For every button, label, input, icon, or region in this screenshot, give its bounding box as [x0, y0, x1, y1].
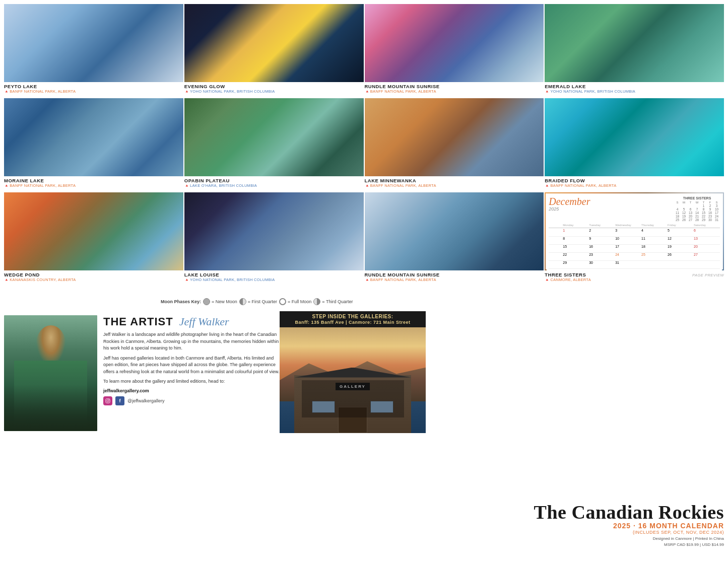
photo-title: LAKE MINNEWANKA	[365, 178, 544, 183]
cal-day: 3	[615, 229, 641, 236]
photo-title: THREE SISTERS	[545, 272, 591, 277]
artist-social: f @jeffwalkergallery	[103, 396, 281, 405]
cal-day-empty	[641, 261, 668, 268]
photo-emerald-lake: EMERALD LAKE 🔺YOHO NATIONAL PARK, BRITIS…	[545, 4, 724, 97]
cal-header-empty	[549, 224, 563, 227]
artist-photo	[4, 315, 97, 431]
photo-title: OPABIN PLATEAU	[184, 178, 364, 183]
cal-day: 9	[589, 237, 615, 244]
photo-location: 🔺YOHO NATIONAL PARK, BRITISH COLUMBIA	[184, 89, 364, 94]
cal-day: 5	[668, 229, 694, 236]
photo-location: 🔺YOHO NATIONAL PARK, BRITISH COLUMBIA	[184, 277, 364, 282]
location-pin-icon: 🔺	[184, 183, 189, 188]
cal-day: 15	[563, 245, 589, 252]
photo-caption: BRAIDED FLOW 🔺BANFF NATIONAL PARK, ALBER…	[545, 176, 724, 188]
calendar-title-sub2: (INCLUDES SEP, OCT, NOV, DEC 2024)	[512, 530, 724, 535]
moon-phase-full: = Full Moon	[279, 298, 311, 305]
cal-header-wednesday: Wednesday	[615, 224, 641, 227]
photo-location: 🔺BANFF NATIONAL PARK, ALBERTA	[545, 183, 724, 188]
cal-header-monday: Monday	[563, 224, 589, 227]
full-moon-icon	[279, 298, 286, 305]
cal-header-saturday: Saturday	[694, 224, 720, 227]
cal-day: 16	[589, 245, 615, 252]
photo-caption: RUNDLE MOUNTAIN SUNRISE 🔺BANFF NATIONAL …	[365, 82, 544, 94]
photo-location: 🔺BANFF NATIONAL PARK, ALBERTA	[365, 89, 544, 94]
photo-image	[365, 98, 544, 176]
cal-day: 1	[563, 229, 589, 236]
cal-header-thursday: Thursday	[641, 224, 668, 227]
calendar-title-sub: 2025 · 16 MONTH CALENDAR	[512, 522, 724, 530]
photo-caption: RUNDLE MOUNTAIN SUNRISE 🔺BANFF NATIONAL …	[365, 270, 544, 282]
cal-week-num	[549, 245, 563, 252]
cal-day: 4	[641, 229, 668, 236]
cal-header-tuesday: Tuesday	[589, 224, 615, 227]
photo-title: WEDGE POND	[4, 272, 183, 277]
photo-caption: LAKE MINNEWANKA 🔺BANFF NATIONAL PARK, AL…	[365, 176, 544, 188]
moon-phase-new: = New Moon	[203, 298, 237, 305]
location-pin-icon: 🔺	[4, 89, 9, 94]
photo-location: 🔺BANFF NATIONAL PARK, ALBERTA	[365, 183, 544, 188]
third-quarter-label: = Third Quarter	[322, 299, 353, 304]
photo-image	[184, 192, 364, 270]
artist-section-title: THE ARTIST	[103, 315, 173, 328]
cal-week-num	[549, 229, 563, 236]
calendar-title-main: The Canadian Rockies	[512, 503, 724, 522]
first-quarter-icon	[239, 298, 246, 305]
photo-caption: EVENING GLOW 🔺YOHO NATIONAL PARK, BRITIS…	[184, 82, 364, 94]
photo-title: EVENING GLOW	[184, 84, 364, 89]
cal-header-friday: Friday	[668, 224, 694, 227]
cal-day: 8	[563, 237, 589, 244]
gallery-header: STEP INSIDE THE GALLERIES: Banff: 135 Ba…	[280, 311, 426, 327]
photo-evening-glow: EVENING GLOW 🔺YOHO NATIONAL PARK, BRITIS…	[184, 4, 364, 97]
gallery-address: Banff: 135 Banff Ave | Canmore: 721 Main…	[295, 320, 411, 325]
cal-day: 30	[589, 261, 615, 268]
cal-day: 11	[641, 237, 668, 244]
photo-image: December 2025 THREE SISTERS S M T W T	[545, 192, 724, 270]
cal-day-empty	[668, 261, 694, 268]
cal-day: 31	[615, 261, 641, 268]
gallery-photo: GALLERY	[280, 327, 426, 433]
photo-image	[4, 4, 183, 82]
new-moon-icon	[203, 298, 210, 305]
page-preview-label: PAGE PREVIEW	[692, 273, 724, 277]
artist-name: Jeff Walker	[179, 315, 229, 328]
location-pin-icon: 🔺	[184, 89, 189, 94]
photo-location: 🔺LAKE O'HARA, BRITISH COLUMBIA	[184, 183, 364, 188]
photo-image	[184, 4, 364, 82]
photo-title: LAKE LOUISE	[184, 272, 364, 277]
location-pin-icon: 🔺	[545, 183, 549, 188]
artist-website[interactable]: jeffwalkergallery.com	[103, 388, 281, 393]
photo-location: 🔺CANMORE, ALBERTA	[545, 277, 591, 282]
facebook-icon[interactable]: f	[115, 396, 124, 405]
gallery-header-main: STEP INSIDE THE GALLERIES:	[312, 314, 393, 319]
location-pin-icon: 🔺	[365, 89, 369, 94]
moon-phase-first: = First Quarter	[239, 298, 277, 305]
photo-rundle-sunrise-1: RUNDLE MOUNTAIN SUNRISE 🔺BANFF NATIONAL …	[365, 4, 544, 97]
photo-image	[4, 98, 183, 176]
photo-title: PEYTO LAKE	[4, 84, 183, 89]
photo-location: 🔺KANANASKIS COUNTRY, ALBERTA	[4, 277, 183, 282]
new-moon-label: = New Moon	[212, 299, 237, 304]
moon-phases-key: Moon Phases Key: = New Moon = First Quar…	[4, 298, 510, 305]
photo-braided-flow: BRAIDED FLOW 🔺BANFF NATIONAL PARK, ALBER…	[545, 98, 724, 191]
location-pin-icon: 🔺	[4, 277, 9, 282]
full-moon-label: = Full Moon	[288, 299, 311, 304]
cal-day-holiday: 24	[615, 253, 641, 260]
artist-bio-2: Jeff has opened galleries located in bot…	[103, 355, 281, 376]
gallery-section: STEP INSIDE THE GALLERIES: Banff: 135 Ba…	[280, 311, 426, 433]
title-section: The Canadian Rockies 2025 · 16 MONTH CAL…	[512, 503, 724, 547]
photo-opabin-plateau: OPABIN PLATEAU 🔺LAKE O'HARA, BRITISH COL…	[184, 98, 364, 191]
location-pin-icon: 🔺	[184, 277, 189, 282]
calendar-mini-year-label: THREE SISTERS	[674, 196, 720, 200]
artist-bio-1: Jeff Walker is a landscape and wildlife …	[103, 331, 281, 352]
artist-text-content: THE ARTIST Jeff Walker Jeff Walker is a …	[103, 315, 281, 431]
cal-day: 2	[589, 229, 615, 236]
photo-caption: WEDGE POND 🔺KANANASKIS COUNTRY, ALBERTA	[4, 270, 183, 282]
cal-day: 10	[615, 237, 641, 244]
artist-section: THE ARTIST Jeff Walker Jeff Walker is a …	[0, 311, 285, 431]
svg-point-1	[107, 399, 109, 401]
photo-title: EMERALD LAKE	[545, 84, 724, 89]
photo-caption: PEYTO LAKE 🔺BANFF NATIONAL PARK, ALBERTA	[4, 82, 183, 94]
cal-day: 23	[589, 253, 615, 260]
instagram-icon[interactable]	[103, 396, 112, 405]
